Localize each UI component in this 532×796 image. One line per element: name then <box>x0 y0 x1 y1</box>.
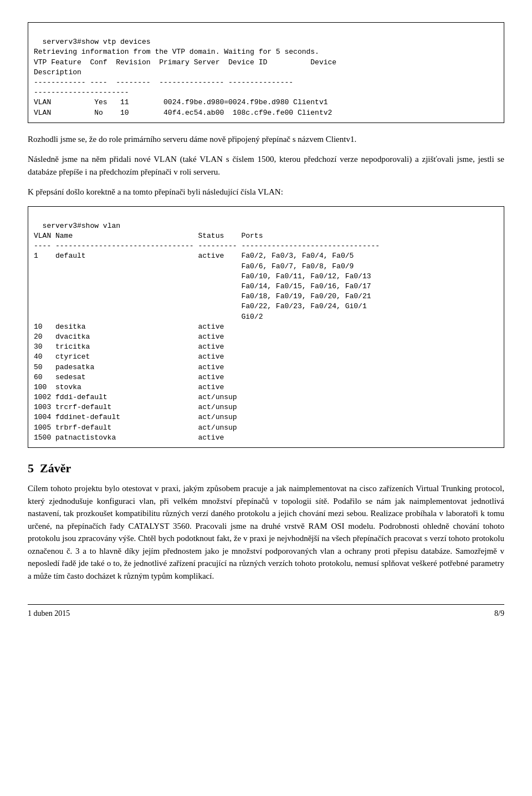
footer-left: 1 duben 2015 <box>28 609 70 618</box>
footer: 1 duben 2015 8/9 <box>28 604 504 618</box>
section-title: Závěr <box>40 461 71 475</box>
code-block-1: serverv3#show vtp devices Retrieving inf… <box>28 22 504 123</box>
paragraph-1: Rozhodli jsme se, že do role primárního … <box>28 133 504 146</box>
conclusion-paragraph: Cílem tohoto projektu bylo otestovat v p… <box>28 482 504 582</box>
paragraph-2: Následně jsme na něm přidali nové VLAN (… <box>28 153 504 178</box>
footer-page: 8/9 <box>494 609 504 618</box>
footer-date: 1 duben 2015 <box>28 609 70 618</box>
code-content-1: serverv3#show vtp devices Retrieving inf… <box>34 38 336 116</box>
paragraph-3: K přepsání došlo korektně a na tomto pře… <box>28 186 504 198</box>
section-number: 5 <box>28 461 34 475</box>
code-content-2: serverv3#show vlan VLAN Name Status Port… <box>34 222 380 442</box>
section-heading: 5 Závěr <box>28 461 504 476</box>
code-block-2: serverv3#show vlan VLAN Name Status Port… <box>28 206 504 448</box>
